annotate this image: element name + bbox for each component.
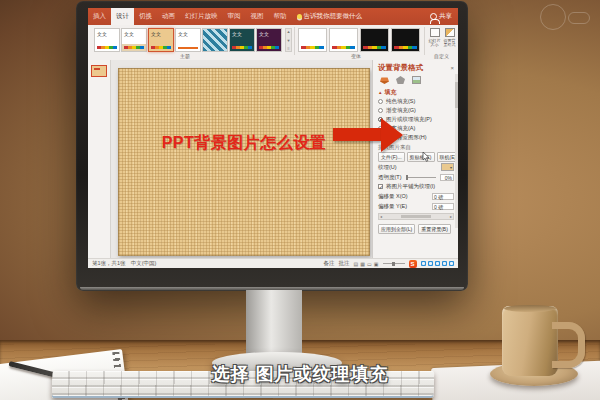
theme-text: 文文 [122, 29, 146, 37]
variants-group-label: 变体 [351, 53, 361, 59]
format-background-label: 设置背景格式 [442, 39, 457, 48]
view-buttons[interactable]: ▤ ▦ ▭ ▣ [354, 261, 379, 267]
ime-icon[interactable] [442, 261, 448, 267]
option-solid-fill[interactable]: 纯色填充(S) [378, 97, 454, 106]
radio-icon [378, 99, 383, 104]
option-gradient-fill[interactable]: 渐变填充(G) [378, 106, 454, 115]
offset-x-label: 偏移量 X(O) [378, 193, 408, 200]
ime-icon[interactable] [435, 261, 441, 267]
notes-toggle[interactable]: 备注 [324, 260, 335, 267]
pane-vertical-scrollbar[interactable] [455, 74, 458, 228]
tab-help[interactable]: 帮助 [269, 8, 292, 25]
clipboard-button[interactable]: 剪贴板(C) [407, 152, 435, 162]
file-button[interactable]: 文件(F)... [378, 152, 405, 162]
sogou-ime-icon[interactable]: S [409, 260, 417, 268]
tab-animations[interactable]: 动画 [157, 8, 180, 25]
tab-design[interactable]: 设计 [111, 8, 134, 25]
theme-thumbnail[interactable]: 文文 [175, 28, 201, 52]
normal-view-icon[interactable]: ▤ [354, 261, 359, 267]
share-label: 共享 [439, 12, 452, 21]
option-tile-picture[interactable]: ✓ 将图片平铺为纹理(I) [378, 182, 454, 191]
slide-title-text: PPT背景图片怎么设置 [119, 133, 369, 154]
theme-text: 文文 [257, 29, 281, 37]
slide-1-thumbnail[interactable] [91, 65, 107, 77]
zoom-slider[interactable] [383, 263, 405, 264]
fill-bucket-icon[interactable] [380, 76, 389, 84]
theme-thumbnail[interactable]: 文文 [121, 28, 147, 52]
format-background-icon [445, 28, 455, 37]
theme-text: 文文 [230, 29, 254, 37]
offset-x-input[interactable]: 0 磅 [432, 193, 454, 200]
transparency-value[interactable]: 0% [440, 174, 454, 181]
texture-label: 纹理(U) [378, 164, 397, 171]
option-label: 将图片平铺为纹理(I) [386, 183, 435, 190]
theme-gallery-scroll[interactable]: ▲▼≡ [285, 28, 292, 52]
mouse-cursor [422, 152, 430, 162]
theme-thumbnail[interactable]: 文文 [94, 28, 120, 52]
theme-thumbnail-selected[interactable]: 文文 [148, 28, 174, 52]
pane-horizontal-scrollbar[interactable]: ◂ ▸ [378, 213, 454, 220]
variant-thumbnail[interactable] [298, 28, 327, 52]
pane-title-row: 设置背景格式 × [378, 63, 454, 73]
slide-size-button[interactable]: 幻灯片大小 [427, 27, 442, 54]
sorter-view-icon[interactable]: ▦ [360, 261, 365, 267]
format-background-button[interactable]: 设置背景格式 [442, 27, 457, 54]
transparency-row: 透明度(T) 0% [378, 172, 454, 182]
checkbox-checked-icon: ✓ [378, 184, 383, 189]
offset-y-input[interactable]: 0 磅 [432, 203, 454, 210]
slide-counter: 第1张，共1张 [92, 260, 126, 267]
picture-icon[interactable] [412, 76, 421, 84]
tab-slideshow[interactable]: 幻灯片放映 [180, 8, 223, 25]
tab-transitions[interactable]: 切换 [134, 8, 157, 25]
red-arrow-head [381, 118, 403, 152]
theme-thumbnail[interactable] [202, 28, 228, 52]
apply-to-all-button[interactable]: 应用到全部(L) [378, 224, 415, 234]
share-button[interactable]: 共享 [424, 8, 458, 25]
tab-view[interactable]: 视图 [246, 8, 269, 25]
tell-me-box[interactable]: 告诉我你想要做什么 [292, 8, 368, 25]
texture-dropdown[interactable]: ▾ [441, 163, 454, 171]
variant-thumbnail[interactable] [329, 28, 358, 52]
red-arrow-annotation [333, 128, 381, 141]
offset-y-label: 偏移量 Y(E) [378, 203, 407, 210]
variant-thumbnail[interactable] [360, 28, 389, 52]
scroll-left-icon[interactable]: ◂ [380, 214, 382, 219]
reading-view-icon[interactable]: ▭ [367, 261, 372, 267]
comments-toggle[interactable]: 批注 [339, 260, 350, 267]
person-icon [430, 13, 437, 20]
tab-insert[interactable]: 插入 [88, 8, 111, 25]
group-divider [294, 27, 295, 55]
ime-icon[interactable] [421, 261, 427, 267]
theme-thumbnail[interactable]: 文文 [256, 28, 282, 52]
ribbon-tab-bar: 插入 设计 切换 动画 幻灯片放映 审阅 视图 帮助 告诉我你想要做什么 共享 [88, 8, 458, 25]
scrollbar-thumb[interactable] [401, 215, 431, 218]
ime-toolbar-icons[interactable] [421, 261, 455, 267]
ime-icon[interactable] [449, 261, 455, 267]
theme-text: 文文 [176, 29, 200, 37]
video-caption: 选择 图片或纹理填充 [0, 362, 600, 386]
transparency-slider[interactable] [406, 177, 436, 178]
radio-icon [378, 108, 383, 113]
pane-icon-row [380, 74, 454, 86]
ribbon-design-group: 文文 文文 文文 文文 文文 文文 ▲▼≡ 幻灯片大小 [88, 25, 458, 61]
offset-x-row: 偏移量 X(O) 0 磅 [378, 191, 454, 201]
slideshow-view-icon[interactable]: ▣ [374, 261, 379, 267]
language-indicator[interactable]: 中文(中国) [131, 260, 157, 267]
theme-thumbnail[interactable]: 文文 [229, 28, 255, 52]
effects-icon[interactable] [396, 76, 405, 84]
group-divider [424, 27, 425, 55]
fill-section-header[interactable]: ▲ 填充 [378, 88, 454, 97]
ime-icon[interactable] [428, 261, 434, 267]
theme-text: 文文 [149, 29, 173, 37]
insert-buttons-row: 文件(F)... 剪贴板(C) 联机(E)... [378, 152, 454, 162]
scene: 插入 设计 切换 动画 幻灯片放映 审阅 视图 帮助 告诉我你想要做什么 共享 … [0, 0, 600, 400]
slide-canvas[interactable]: PPT背景图片怎么设置 [118, 68, 370, 256]
scroll-right-icon[interactable]: ▸ [450, 214, 452, 219]
option-label: 渐变填充(G) [386, 107, 416, 114]
tab-review[interactable]: 审阅 [223, 8, 246, 25]
pane-close-button[interactable]: × [450, 65, 454, 71]
fill-section-label: 填充 [384, 88, 396, 97]
variant-thumbnail[interactable] [391, 28, 420, 52]
customize-group-label: 自定义 [434, 53, 449, 59]
reset-background-button[interactable]: 重置背景(B) [418, 224, 451, 234]
